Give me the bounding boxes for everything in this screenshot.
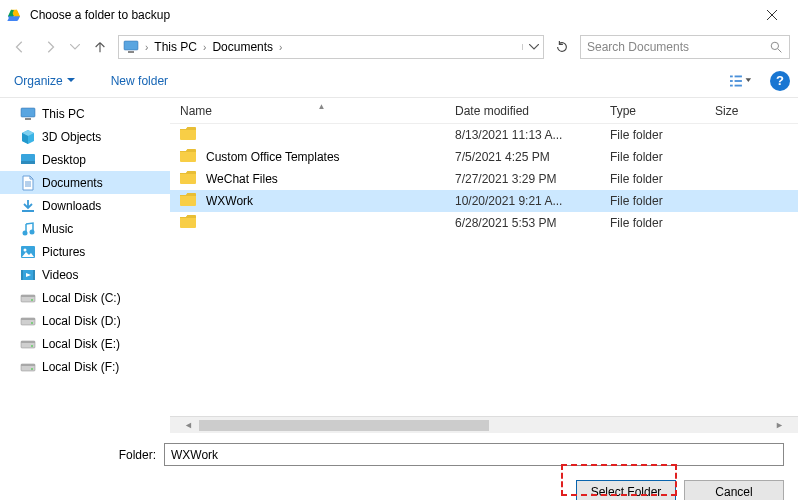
address-bar[interactable]: › This PC › Documents › [118,35,544,59]
sidebar-item-label: Videos [42,268,78,282]
file-row[interactable]: 6/28/2021 5:53 PMFile folder [170,212,798,234]
sidebar-item-documents[interactable]: Documents [0,171,170,194]
chevron-right-icon[interactable]: › [201,42,208,53]
scroll-left-icon[interactable]: ◄ [184,420,193,430]
folder-icon [180,171,198,187]
file-type: File folder [610,172,715,186]
help-button[interactable]: ? [770,71,790,91]
disk-icon [20,336,36,352]
svg-rect-30 [33,270,35,280]
svg-rect-22 [22,210,34,212]
pc-icon [123,39,139,55]
svg-marker-4 [8,16,20,20]
file-list-area: Name ▲ Date modified Type Size 8/13/2021… [170,98,798,433]
cancel-button[interactable]: Cancel [684,480,784,500]
file-row[interactable]: Custom Office Templates7/5/2021 4:25 PMF… [170,146,798,168]
col-header-type[interactable]: Type [610,104,715,118]
file-row[interactable]: 8/13/2021 11:13 A...File folder [170,124,798,146]
gdrive-icon [6,7,22,23]
toolbar: Organize New folder ? [0,64,798,98]
title-bar: Choose a folder to backup [0,0,798,30]
sidebar-item-desktop[interactable]: Desktop [0,148,170,171]
refresh-button[interactable] [550,35,574,59]
recent-dropdown[interactable] [68,35,82,59]
forward-button[interactable] [38,35,62,59]
crumb-documents[interactable]: Documents [208,40,277,54]
view-options-button[interactable] [722,69,760,93]
sidebar-item-local-disk-d-[interactable]: Local Disk (D:) [0,309,170,332]
file-row[interactable]: WeChat Files7/27/2021 3:29 PMFile folder [170,168,798,190]
sidebar-item-downloads[interactable]: Downloads [0,194,170,217]
organize-menu[interactable]: Organize [8,70,81,92]
music-icon [20,221,36,237]
file-date: 7/5/2021 4:25 PM [455,150,610,164]
file-type: File folder [610,150,715,164]
videos-icon [20,267,36,283]
sidebar-item-label: Music [42,222,73,236]
horizontal-scrollbar[interactable]: ◄ ► [170,416,798,433]
folder-icon [180,127,198,143]
svg-point-27 [24,248,27,251]
svg-rect-12 [735,80,742,82]
column-headers[interactable]: Name ▲ Date modified Type Size [170,98,798,124]
svg-rect-5 [124,41,138,50]
address-dropdown[interactable] [522,44,539,50]
sidebar-item-this-pc[interactable]: This PC [0,102,170,125]
sidebar-item-local-disk-e-[interactable]: Local Disk (E:) [0,332,170,355]
folder-icon [180,215,198,231]
svg-point-24 [30,229,35,234]
sidebar-item-pictures[interactable]: Pictures [0,240,170,263]
col-header-name[interactable]: Name ▲ [180,104,455,118]
svg-rect-6 [128,51,134,53]
sidebar-item-label: Local Disk (C:) [42,291,121,305]
svg-rect-29 [21,270,23,280]
back-button[interactable] [8,35,32,59]
chevron-right-icon[interactable]: › [143,42,150,53]
select-folder-button[interactable]: Select Folder [576,480,676,500]
folder-label: Folder: [14,448,164,462]
desktop-icon [20,152,36,168]
sidebar-item-3d-objects[interactable]: 3D Objects [0,125,170,148]
documents-icon [20,175,36,191]
svg-rect-15 [21,108,35,117]
file-row[interactable]: WXWork10/20/2021 9:21 A...File folder [170,190,798,212]
col-header-date[interactable]: Date modified [455,104,610,118]
svg-rect-10 [735,75,742,77]
folder-field-row: Folder: [14,443,784,466]
search-input[interactable]: Search Documents [580,35,790,59]
file-date: 8/13/2021 11:13 A... [455,128,610,142]
sidebar-item-label: 3D Objects [42,130,101,144]
button-row: Select Folder Cancel [14,480,784,500]
folder-icon [180,149,198,165]
file-date: 10/20/2021 9:21 A... [455,194,610,208]
new-folder-button[interactable]: New folder [105,70,174,92]
crumb-this-pc[interactable]: This PC [150,40,201,54]
chevron-right-icon[interactable]: › [277,42,284,53]
svg-rect-38 [21,341,35,343]
scroll-right-icon[interactable]: ► [775,420,784,430]
sidebar-item-local-disk-c-[interactable]: Local Disk (C:) [0,286,170,309]
file-date: 7/27/2021 3:29 PM [455,172,610,186]
sidebar-item-videos[interactable]: Videos [0,263,170,286]
sidebar-item-music[interactable]: Music [0,217,170,240]
sidebar-item-label: Local Disk (D:) [42,314,121,328]
svg-point-39 [31,345,33,347]
sidebar-item-local-disk-f-[interactable]: Local Disk (F:) [0,355,170,378]
up-button[interactable] [88,35,112,59]
svg-rect-9 [730,75,733,77]
sidebar[interactable]: This PC3D ObjectsDesktopDocumentsDownloa… [0,98,170,433]
svg-rect-13 [730,84,733,86]
file-type: File folder [610,128,715,142]
col-header-size[interactable]: Size [715,104,775,118]
file-date: 6/28/2021 5:53 PM [455,216,610,230]
scroll-thumb[interactable] [199,420,489,431]
folder-input[interactable] [164,443,784,466]
sidebar-item-label: Desktop [42,153,86,167]
close-button[interactable] [752,0,792,30]
sidebar-item-label: Downloads [42,199,101,213]
file-rows[interactable]: 8/13/2021 11:13 A...File folderCustom Of… [170,124,798,416]
pictures-icon [20,244,36,260]
disk-icon [20,290,36,306]
folder-icon [180,193,198,209]
sidebar-item-label: This PC [42,107,85,121]
